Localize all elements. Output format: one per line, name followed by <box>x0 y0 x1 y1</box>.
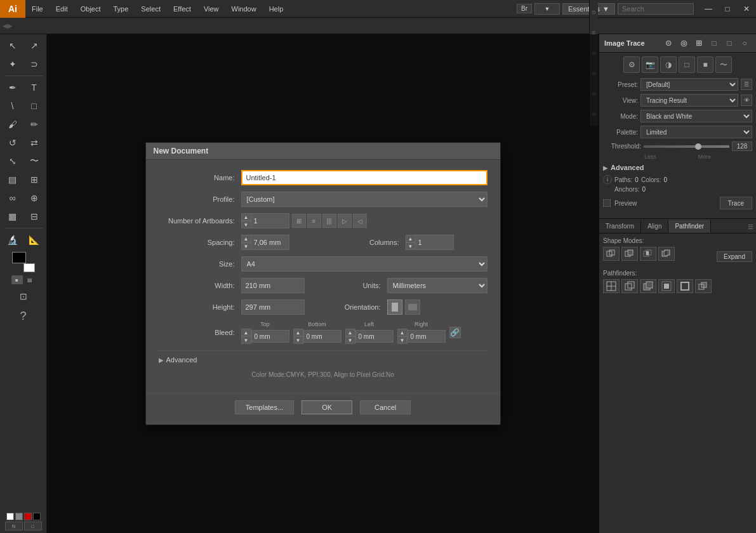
height-input[interactable] <box>241 299 305 315</box>
threshold-value[interactable] <box>732 141 752 151</box>
bleed-left-input[interactable] <box>355 330 394 343</box>
select-tool[interactable]: ↖ <box>3 37 23 55</box>
panel-icon-1[interactable]: ⊙ <box>590 3 599 22</box>
it-advanced-row[interactable]: ▶ Advanced <box>603 162 752 173</box>
outline-btn[interactable] <box>677 279 693 293</box>
it-icon-4[interactable]: □ <box>708 37 720 49</box>
it-icon-3[interactable]: ⊞ <box>693 37 705 49</box>
background-color[interactable] <box>23 263 35 272</box>
rect-tool[interactable]: □ <box>24 97 44 115</box>
view-eye-btn[interactable]: 👁 <box>741 95 752 106</box>
reflect-tool[interactable]: ⇄ <box>24 134 44 152</box>
cancel-button[interactable]: Cancel <box>360 400 411 414</box>
preset-icon-fill[interactable]: ■ <box>697 56 713 73</box>
bleed-bottom-down[interactable]: ▼ <box>293 336 303 344</box>
ab-right-btn[interactable]: ▷ <box>338 214 352 228</box>
preset-icon-bw[interactable]: ◑ <box>660 56 677 73</box>
divide-btn[interactable] <box>603 279 620 293</box>
view-select[interactable]: Tracing Result <box>640 94 738 107</box>
artboards-input[interactable] <box>251 213 289 228</box>
minus-front-btn[interactable] <box>621 247 638 261</box>
ab-row-btn[interactable]: ≡ <box>307 214 321 228</box>
columns-down[interactable]: ▼ <box>406 242 416 250</box>
menu-edit[interactable]: Edit <box>50 0 74 17</box>
columns-input[interactable] <box>416 235 454 250</box>
landscape-btn[interactable] <box>405 299 420 315</box>
width-input[interactable] <box>241 278 305 293</box>
tab-transform[interactable]: Transform <box>599 220 641 233</box>
pencil-tool[interactable]: ✏ <box>24 115 44 133</box>
red-swatch[interactable] <box>24 513 32 520</box>
gradient-btn[interactable]: ▤ <box>24 275 36 284</box>
size-select[interactable]: A4 <box>241 256 487 272</box>
preset-select[interactable]: [Default] <box>640 78 738 91</box>
help-btn[interactable]: ? <box>20 310 26 323</box>
bleed-right-up[interactable]: ▲ <box>397 329 408 336</box>
paintbrush-tool[interactable]: 🖌 <box>3 115 23 133</box>
bleed-top-down[interactable]: ▼ <box>241 336 251 344</box>
tab-pathfinder[interactable]: Pathfinder <box>668 220 711 233</box>
spacing-input[interactable] <box>251 235 289 250</box>
gradient-tool[interactable]: ▤ <box>3 171 23 188</box>
preset-icon-outline[interactable]: □ <box>679 56 695 73</box>
bleed-top-up[interactable]: ▲ <box>241 329 251 336</box>
slider-thumb[interactable] <box>695 143 701 150</box>
minimize-button[interactable]: — <box>699 0 718 18</box>
trim-btn[interactable] <box>621 279 638 293</box>
it-icon-5[interactable]: □ <box>723 37 736 49</box>
bleed-left-up[interactable]: ▲ <box>345 329 355 336</box>
maximize-button[interactable]: □ <box>718 0 737 18</box>
preset-menu-btn[interactable]: ☰ <box>741 79 752 90</box>
color-mode-btn[interactable]: ■ <box>11 275 23 284</box>
bleed-right-input[interactable] <box>408 330 446 343</box>
direct-select-tool[interactable]: ↗ <box>24 37 44 55</box>
spacing-up[interactable]: ▲ <box>241 235 251 242</box>
bleed-bottom-up[interactable]: ▲ <box>293 329 303 336</box>
blend-tool[interactable]: ∞ <box>3 189 23 207</box>
color-selector[interactable] <box>12 252 35 272</box>
menu-file[interactable]: File <box>25 0 50 17</box>
exclude-btn[interactable] <box>658 247 675 261</box>
menu-select[interactable]: Select <box>135 0 167 17</box>
bleed-right-down[interactable]: ▼ <box>397 336 408 344</box>
units-select[interactable]: Millimeters <box>387 278 487 293</box>
bleed-top-input[interactable] <box>251 330 289 343</box>
profile-select[interactable]: [Custom] <box>241 192 487 207</box>
menu-object[interactable]: Object <box>74 0 107 17</box>
other-mode-btn[interactable]: □ <box>24 522 42 530</box>
crop-btn[interactable] <box>658 279 675 293</box>
rotate-tool[interactable]: ↺ <box>3 134 23 152</box>
ok-button[interactable]: OK <box>302 400 352 414</box>
eyedropper-tool[interactable]: 🔬 <box>3 231 23 249</box>
advanced-toggle[interactable]: ▶ Advanced <box>159 356 487 364</box>
symbol-spray-tool[interactable]: ⊕ <box>24 189 44 207</box>
ab-grid-btn[interactable]: ⊞ <box>292 214 306 228</box>
bleed-bottom-input[interactable] <box>303 330 342 343</box>
it-icon-2[interactable]: ◎ <box>677 37 690 49</box>
menu-effect[interactable]: Effect <box>167 0 197 17</box>
columns-up[interactable]: ▲ <box>406 235 416 242</box>
screen-mode-btn[interactable]: ⊡ <box>13 287 34 305</box>
line-tool[interactable]: \ <box>3 97 23 115</box>
minus-back-btn[interactable] <box>695 279 712 293</box>
search-input[interactable] <box>618 3 694 15</box>
it-icon-6[interactable]: ○ <box>738 37 751 49</box>
gray-swatch[interactable] <box>15 513 23 520</box>
info-icon[interactable]: i <box>603 175 612 184</box>
scale-tool[interactable]: ⤡ <box>3 152 23 170</box>
mode-select[interactable]: Black and White <box>640 110 752 122</box>
magic-wand-tool[interactable]: ✦ <box>3 55 23 73</box>
templates-button[interactable]: Templates... <box>235 400 294 414</box>
artboards-down[interactable]: ▼ <box>241 221 251 228</box>
menu-window[interactable]: Window <box>225 0 263 17</box>
foreground-color[interactable] <box>12 252 26 263</box>
pen-tool[interactable]: ✒ <box>3 79 23 96</box>
preset-icon-auto[interactable]: ⚙ <box>623 56 640 73</box>
expand-button[interactable]: Expand <box>717 251 752 262</box>
menu-help[interactable]: Help <box>263 0 290 17</box>
ab-col-btn[interactable]: ||| <box>322 214 336 228</box>
bleed-link-btn[interactable]: 🔗 <box>449 327 461 338</box>
artboards-up[interactable]: ▲ <box>241 213 251 221</box>
measure-tool[interactable]: 📐 <box>24 231 44 249</box>
preset-icon-photo[interactable]: 📷 <box>642 56 658 73</box>
